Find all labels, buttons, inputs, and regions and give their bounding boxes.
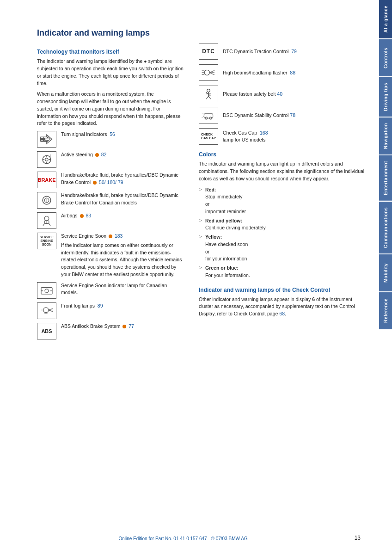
page-container: Indicator and warning lamps Technology t… [0,0,392,555]
front-fog-icon [37,302,56,319]
indicator-brake: BRAKE Handbrake/brake fluid, brake hydra… [37,172,185,188]
sidebar-tab-controls[interactable]: Controls [379,39,392,76]
active-steering-icon: ! [37,151,56,168]
svg-point-14 [44,216,49,221]
indicator-active-steering: ! Active steering 82 [37,151,185,168]
active-steering-text: Active steering 82 [61,151,185,159]
abs-text: ABS Antilock Brake System 77 [61,323,185,330]
indicator-abs: ABS ABS Antilock Brake System 77 [37,323,185,339]
sidebar-tab-driving-tips[interactable]: Driving tips [379,77,392,117]
indicator-brake-canada: ! Handbrake/brake fluid, brake hydraulic… [37,192,185,209]
main-content: Indicator and warning lamps Technology t… [0,0,379,555]
indicator-turn-signal: Turn signal indicators 56 [37,131,185,148]
indicator-seatbelt: Please fasten safety belt 40 [199,86,365,102]
check-control-title: Indicator and warning lamps of the Check… [199,287,365,293]
check-gas-cap-text: Check Gas Cap 168 lamp for US models [223,130,268,144]
dtc-icon: DTC [199,43,218,60]
seatbelt-text: Please fasten safety belt 40 [223,91,282,98]
svg-line-18 [49,224,50,226]
svg-line-33 [209,73,214,75]
svg-point-20 [45,289,49,292]
indicator-check-gas-cap: CHECKGAS CAP Check Gas Cap 168 lamp for … [199,128,365,145]
svg-line-47 [202,113,204,115]
intro-para-1: The indicator and warning lamps identifi… [37,58,185,87]
svg-line-17 [43,224,44,226]
svg-point-38 [207,89,210,92]
turn-signal-icon [37,131,56,148]
page-title: Indicator and warning lamps [37,28,365,38]
high-beams-icon [199,64,218,81]
indicator-dsc: DSC Dynamic Stability Control 78 [199,107,365,123]
svg-text:!: ! [49,154,50,158]
color-item-green-blue: Green or blue: For your information. [199,265,365,279]
turn-signal-text: Turn signal indicators 56 [61,131,185,138]
airbag-icon [37,212,56,229]
color-item-yellow: Yellow: Have checked soon or for your in… [199,234,365,263]
indicator-dtc: DTC DTC Dynamic Traction Control 79 [199,43,365,60]
indicator-high-beams: High beams/headlamp flasher 88 [199,64,365,81]
dsc-text: DSC Dynamic Stability Control 78 [223,112,295,119]
right-column: DTC DTC Dynamic Traction Control 79 [199,43,365,343]
brake-text: Handbrake/brake fluid, brake hydraulics/… [61,172,185,186]
svg-text:!: ! [46,198,47,203]
check-control-section: Indicator and warning lamps of the Check… [199,287,365,318]
indicator-airbag: Airbags 83 [37,212,185,229]
dtc-text: DTC Dynamic Traction Control 79 [223,48,297,56]
check-control-text: Other indicator and warning lamps appear… [199,296,365,318]
brake-canada-text: Handbrake/brake fluid, brake hydraulics/… [61,192,185,207]
brake-canada-icon: ! [37,192,56,209]
dsc-icon [199,107,218,123]
svg-line-48 [202,117,204,118]
svg-line-31 [209,71,214,73]
color-list: Red: Stop immediately or important remin… [199,186,365,279]
front-fog-text: Front fog lamps 89 [61,302,185,310]
svg-point-30 [204,70,209,75]
svg-point-5 [45,158,48,161]
colors-title: Colors [199,151,365,158]
brake-icon: BRAKE [37,172,56,188]
sidebar-tab-communications[interactable]: Communications [379,202,392,253]
sidebar-tab-reference[interactable]: Reference [379,292,392,329]
seatbelt-icon [199,86,218,102]
sidebar-tab-mobility[interactable]: Mobility [379,254,392,291]
left-column: Technology that monitors itself The indi… [37,43,185,343]
sidebar-tab-entertainment[interactable]: Entertainment [379,155,392,201]
colors-intro: The indicator and warning lamps can ligh… [199,160,365,182]
svg-line-42 [208,96,211,99]
svg-point-23 [43,307,49,312]
service-engine-text: Service Engine Soon 183 If the indicator… [61,233,185,278]
intro-para-2: When a malfunction occurs in a monitored… [37,91,185,127]
two-col-layout: Technology that monitors itself The indi… [37,43,365,343]
color-item-red: Red: Stop immediately or important remin… [199,186,365,216]
service-canada-text: Service Engine Soon indicator lamp for C… [61,282,185,297]
service-engine-icon: SERVICEENGINESOON [37,233,56,249]
sidebar-tab-at-a-glance[interactable]: At a glance [379,0,392,38]
page-number: 13 [355,535,361,541]
high-beams-text: High beams/headlamp flasher 88 [223,69,295,77]
abs-icon: ABS [37,323,56,339]
right-sidebar: At a glance Controls Driving tips Naviga… [379,0,392,555]
check-gas-cap-icon: CHECKGAS CAP [199,128,218,145]
airbag-text: Airbags 83 [61,212,185,220]
indicator-service-engine: SERVICEENGINESOON Service Engine Soon 18… [37,233,185,278]
service-canada-icon [37,282,56,299]
svg-line-34 [211,70,214,71]
subsection-title: Technology that monitors itself [37,49,185,55]
indicator-front-fog: Front fog lamps 89 [37,302,185,319]
svg-line-41 [206,96,208,99]
colors-section: Colors The indicator and warning lamps c… [199,151,365,279]
sidebar-tab-navigation[interactable]: Navigation [379,117,392,154]
indicator-service-canada: Service Engine Soon indicator lamp for C… [37,282,185,299]
color-item-red-yellow: Red and yellow: Continue driving moderat… [199,217,365,232]
page-footer: Online Edition for Part No. 01 41 0 157 … [0,536,366,541]
